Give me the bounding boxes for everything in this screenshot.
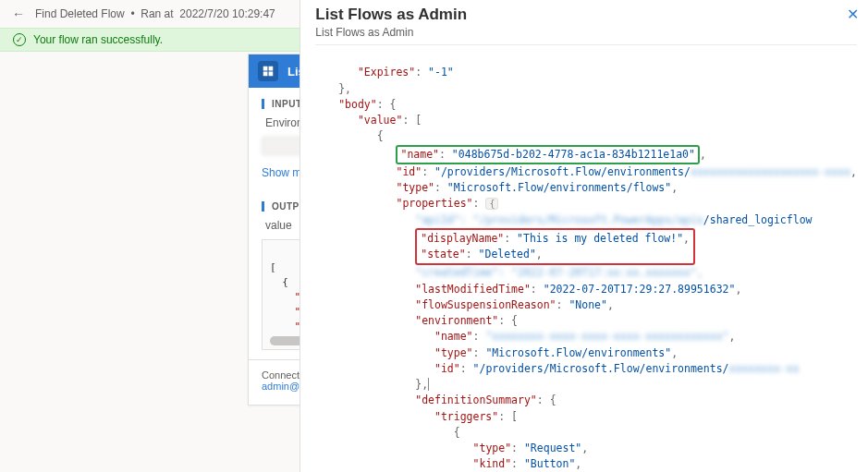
section-accent-bar [262,99,264,109]
success-banner: ✓ Your flow ran successfully. [0,28,300,52]
flow-name: Find Deleted Flow [35,7,125,20]
flow-step-icon [258,61,278,81]
back-arrow-icon[interactable]: ← [9,6,28,21]
breadcrumb: Find Deleted Flow • Ran at 2022/7/20 10:… [35,7,275,20]
success-check-icon: ✓ [13,33,26,46]
json-viewer[interactable]: "Expires": "-1" }, "body": { "value": [ … [315,45,857,472]
detail-subtitle: List Flows as Admin [315,26,857,45]
success-message: Your flow ran successfully. [33,33,163,46]
ran-at-label: Ran at [141,7,173,20]
ran-at-value: 2022/7/20 10:29:47 [179,7,275,20]
run-result-pane: ← Find Deleted Flow • Ran at 2022/7/20 1… [0,0,300,472]
topbar: ← Find Deleted Flow • Ran at 2022/7/20 1… [0,0,300,28]
highlight-name: "name": "048b675d-b202-4778-ac1a-834b121… [396,145,700,164]
collapse-toggle[interactable]: { [485,198,498,210]
highlight-deleted: "displayName": "This is my deleted flow!… [415,228,695,266]
detail-panel: ✕ List Flows as Admin List Flows as Admi… [300,0,868,472]
section-accent-bar [262,201,264,212]
close-icon[interactable]: ✕ [847,6,859,23]
detail-title: List Flows as Admin [315,6,857,24]
